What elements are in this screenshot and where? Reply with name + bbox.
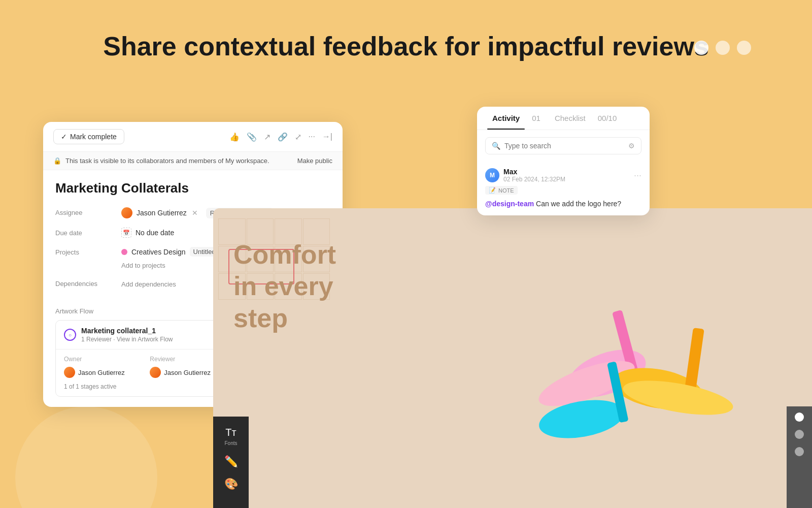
owner-col-header: Owner [64, 356, 150, 363]
toolbar-icons: 👍 📎 ↗ 🔗 ⤢ ··· →| [229, 132, 333, 142]
page-header: Share contextual feedback for impactful … [0, 0, 812, 77]
collateral-title: Marketing collateral_1 [81, 327, 173, 335]
assignee-avatar [121, 207, 132, 218]
expand-icon[interactable]: ⤢ [295, 132, 301, 142]
fonts-label: Fonts [224, 440, 237, 446]
projects-label: Projects [55, 247, 121, 256]
search-input[interactable] [504, 142, 624, 150]
pagination-dots [694, 41, 751, 55]
design-text: Comfort in every step [233, 239, 336, 334]
attachment-icon[interactable]: 📎 [247, 132, 257, 142]
sticker-icon: 🎨 [224, 478, 238, 491]
add-dependencies-link[interactable]: Add dependencies [121, 280, 176, 288]
visibility-bar: 🔒 This task is visible to its collaborat… [43, 152, 343, 170]
project-name: Creatives Design [131, 248, 186, 256]
note-icon: 📝 [489, 187, 496, 194]
tab-01[interactable]: 01 [527, 107, 546, 130]
tab-count[interactable]: 00/10 [593, 107, 622, 130]
more-icon[interactable]: ··· [309, 132, 315, 142]
visibility-text: This task is visible to its collaborator… [65, 157, 269, 165]
due-date-value[interactable]: 📅 No due date [121, 228, 174, 238]
owner-avatar [64, 367, 75, 378]
brush-tool[interactable]: ✏️ [220, 451, 242, 472]
link-icon[interactable]: 🔗 [278, 132, 288, 142]
shoes-illustration [505, 262, 759, 455]
design-text-line2: in every [233, 270, 336, 302]
user-name: Max [503, 168, 565, 176]
collateral-icon: ○ [64, 329, 76, 341]
task-toolbar: ✓ Mark complete 👍 📎 ↗ 🔗 ⤢ ··· →| [43, 122, 343, 152]
activity-panel: Activity 01 Checklist 00/10 🔍 ⚙ M Max 02… [477, 107, 650, 215]
note-message: Can we add the logo here? [536, 200, 621, 208]
page-title: Share contextual feedback for impactful … [0, 30, 812, 62]
note-badge: 📝 NOTE [485, 186, 518, 195]
tab-checklist[interactable]: Checklist [550, 107, 591, 130]
tab-activity[interactable]: Activity [487, 107, 525, 130]
note-content: @design-team Can we add the logo here? [485, 199, 641, 209]
make-public-link[interactable]: Make public [297, 157, 332, 165]
search-icon: 🔍 [492, 142, 500, 150]
project-color-dot [121, 249, 127, 255]
remove-assignee-button[interactable]: ✕ [192, 209, 198, 217]
sticker-dot-3[interactable] [795, 447, 804, 456]
assignee-name: Jason Gutierrez [137, 209, 187, 217]
lock-icon: 🔒 [53, 157, 61, 165]
background-circle [15, 406, 157, 508]
search-bar: 🔍 ⚙ [485, 137, 641, 154]
sticker-dot-1[interactable] [795, 412, 804, 422]
task-title: Marketing Collaterals [55, 180, 330, 196]
dependencies-label: Dependencies [55, 278, 121, 288]
activity-item: M Max 02 Feb 2024, 12:32PM ··· 📝 NOTE @d… [477, 162, 650, 215]
user-avatar: M [485, 168, 499, 182]
activity-time: 02 Feb 2024, 12:32PM [503, 176, 565, 183]
dot-1[interactable] [694, 41, 708, 55]
collateral-subtitle: 1 Reviewer · View in Artwork Flow [81, 336, 173, 343]
right-panel-icon[interactable]: →| [322, 132, 332, 142]
activity-tabs: Activity 01 Checklist 00/10 [477, 107, 650, 130]
thumbs-up-icon[interactable]: 👍 [229, 132, 240, 142]
sticker-tool[interactable]: 🎨 [220, 473, 242, 495]
dot-3[interactable] [737, 41, 751, 55]
dot-2[interactable] [716, 41, 730, 55]
fonts-icon: Tт [225, 427, 236, 438]
mention-tag[interactable]: @design-team [485, 200, 534, 208]
sidebar-tools: Tт Fonts ✏️ 🎨 [213, 417, 249, 508]
fonts-tool[interactable]: Tт Fonts [220, 423, 241, 450]
brush-icon: ✏️ [224, 455, 238, 468]
design-text-line3: step [233, 302, 336, 334]
reviewer-avatar [150, 367, 161, 378]
mark-complete-button[interactable]: ✓ Mark complete [53, 129, 124, 144]
sticker-dot-2[interactable] [795, 430, 804, 439]
design-text-line1: Comfort [233, 239, 336, 270]
activity-more-button[interactable]: ··· [634, 170, 641, 181]
check-icon: ✓ [61, 133, 67, 141]
assignee-label: Assignee [55, 207, 121, 216]
share-icon[interactable]: ↗ [264, 132, 270, 142]
design-preview: Comfort in every step [213, 208, 812, 508]
calendar-icon: 📅 [121, 228, 131, 238]
filter-icon[interactable]: ⚙ [628, 142, 635, 150]
owner-value: Jason Gutierrez [64, 367, 150, 378]
due-date-label: Due date [55, 228, 121, 237]
sticker-column [787, 406, 812, 508]
shoes-area [453, 208, 812, 508]
